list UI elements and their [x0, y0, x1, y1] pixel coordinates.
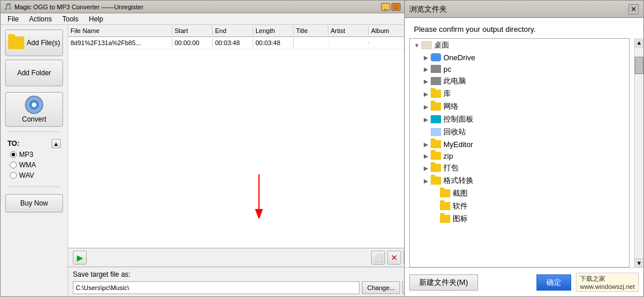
- buy-now-label: Buy Now: [20, 199, 48, 207]
- radio-wma[interactable]: WMA: [10, 161, 61, 169]
- tree-label-software: 软件: [453, 201, 468, 211]
- browser-content: ▼ 桌面 ▶ OneDrive ▶ pc ▶ 此电脑: [405, 38, 643, 267]
- minimize-button[interactable]: _: [381, 3, 390, 11]
- divider2: [8, 186, 60, 187]
- tree-label-thispc: 此电脑: [443, 76, 466, 86]
- directory-tree[interactable]: ▼ 桌面 ▶ OneDrive ▶ pc ▶ 此电脑: [409, 38, 630, 267]
- scroll-up[interactable]: ▲: [635, 38, 643, 47]
- sidebar: Add File(s) Add Folder Convert TO: ▲: [1, 25, 68, 296]
- scroll-thumb[interactable]: [635, 57, 643, 74]
- save-path-input[interactable]: C:\Users\pc\Music\: [73, 281, 360, 294]
- toggle-pc: ▶: [421, 64, 431, 74]
- tree-item-controlpanel[interactable]: ▶ 控制面板: [410, 113, 629, 126]
- tree-item-recycle[interactable]: 回收站: [410, 126, 629, 138]
- toggle-icons: [431, 214, 440, 223]
- add-files-label: Add File(s): [27, 39, 60, 47]
- toggle-screenshot: [431, 189, 440, 198]
- browser-title-text: 浏览文件夹: [409, 4, 447, 14]
- tree-item-software[interactable]: 软件: [410, 200, 629, 212]
- tree-item-network[interactable]: ▶ 网络: [410, 100, 629, 113]
- browser-prompt: Please confirm your output directory.: [405, 18, 643, 38]
- save-label: Save target file as:: [73, 270, 130, 278]
- save-controls: C:\Users\pc\Music\ Change... Open...: [73, 281, 404, 294]
- tree-item-library[interactable]: ▶ 库: [410, 87, 629, 100]
- menu-file[interactable]: File: [3, 14, 23, 24]
- col-filename: File Name: [68, 26, 172, 35]
- menu-bar: File Actions Tools Help: [1, 13, 404, 25]
- ok-button[interactable]: 确定: [536, 274, 571, 291]
- to-section: TO: ▲ MP3 WMA WAV: [5, 137, 63, 182]
- file-name-cell: 8d91%2F131a%2Fb85...: [68, 38, 172, 47]
- menu-tools[interactable]: Tools: [58, 14, 83, 24]
- browser-close-button[interactable]: ✕: [628, 4, 639, 14]
- tree-item-onedrive[interactable]: ▶ OneDrive: [410, 52, 629, 63]
- add-folder-label: Add Folder: [17, 69, 51, 77]
- file-end-cell: 00:03:48: [213, 38, 253, 47]
- delete-button[interactable]: ✕: [387, 251, 401, 265]
- col-start: Start: [172, 26, 213, 35]
- scroll-down[interactable]: ▼: [635, 258, 643, 267]
- radio-wav[interactable]: WAV: [10, 171, 61, 179]
- tree-label-pack: 打包: [443, 163, 458, 173]
- stop-button[interactable]: ⬜: [371, 251, 385, 265]
- maximize-button[interactable]: □: [391, 3, 401, 11]
- main-content: Add File(s) Add Folder Convert TO: ▲: [1, 25, 404, 296]
- file-length-cell: 00:03:48: [253, 38, 294, 47]
- format-icon: [431, 177, 441, 185]
- tree-scrollbar[interactable]: ▲ ▼: [634, 38, 643, 267]
- tree-item-myeditor[interactable]: ▶ MyEditor: [410, 138, 629, 150]
- tree-label-format: 格式转换: [443, 175, 473, 186]
- open-button[interactable]: Open...: [402, 281, 404, 294]
- browser-title-bar: 浏览文件夹 ✕: [405, 1, 643, 18]
- folder-icon: [8, 36, 24, 49]
- toolbar-row: ▶ ⬜ ✕ ⬆ ⬇: [68, 248, 404, 267]
- thispc-icon: [431, 77, 441, 85]
- col-artist: Artist: [328, 26, 369, 35]
- add-folder-button[interactable]: Add Folder: [5, 60, 63, 86]
- new-folder-button[interactable]: 新建文件夹(M): [409, 274, 478, 291]
- tree-label-icons: 图标: [453, 214, 468, 224]
- tree-item-pack[interactable]: ▶ 打包: [410, 162, 629, 174]
- col-album: Album: [369, 26, 404, 35]
- play-button[interactable]: ▶: [73, 251, 87, 265]
- up-button[interactable]: ⬆: [404, 251, 404, 265]
- tree-label-pc: pc: [443, 65, 451, 74]
- toggle-format: ▶: [421, 176, 431, 185]
- tree-item-screenshot[interactable]: 截图: [410, 187, 629, 200]
- table-row[interactable]: 8d91%2F131a%2Fb85... 00:00:00 00:03:48 0…: [68, 37, 404, 49]
- tree-item-thispc[interactable]: ▶ 此电脑: [410, 75, 629, 87]
- toggle-controlpanel: ▶: [421, 115, 431, 124]
- title-bar: 🎵 Magic OGG to MP3 Converter ——Unregiste…: [1, 1, 404, 13]
- convert-button[interactable]: Convert: [5, 92, 63, 127]
- tree-item-zip[interactable]: ▶ zip: [410, 150, 629, 162]
- add-files-button[interactable]: Add File(s): [5, 30, 63, 56]
- tree-label-library: 库: [443, 89, 451, 99]
- network-icon: [431, 102, 441, 111]
- radio-mp3[interactable]: MP3: [10, 151, 61, 159]
- browser-window: 浏览文件夹 ✕ Please confirm your output direc…: [405, 0, 644, 297]
- collapse-button[interactable]: ▲: [51, 139, 61, 148]
- col-title: Title: [294, 26, 328, 35]
- buy-now-button[interactable]: Buy Now: [5, 194, 63, 212]
- browser-footer: 新建文件夹(M) 确定 下载之家www.windowszj.net: [405, 267, 643, 296]
- tree-item-pc[interactable]: ▶ pc: [410, 63, 629, 75]
- tree-label-onedrive: OneDrive: [443, 53, 475, 62]
- watermark-text: 下载之家www.windowszj.net: [576, 273, 639, 292]
- toggle-desktop: ▼: [412, 41, 421, 50]
- divider: [8, 131, 60, 132]
- tree-item-icons[interactable]: 图标: [410, 212, 629, 225]
- tree-label-myeditor: MyEditor: [443, 140, 473, 149]
- main-window: 🎵 Magic OGG to MP3 Converter ——Unregiste…: [0, 0, 405, 297]
- change-button[interactable]: Change...: [362, 281, 400, 294]
- tree-item-format[interactable]: ▶ 格式转换: [410, 174, 629, 187]
- tree-label-network: 网络: [443, 101, 458, 112]
- app-title: Magic OGG to MP3 Converter ——Unregister: [14, 3, 143, 10]
- cd-icon: [25, 96, 43, 114]
- menu-actions[interactable]: Actions: [24, 14, 56, 24]
- screenshot-icon: [440, 189, 450, 197]
- tree-item-desktop[interactable]: ▼ 桌面: [410, 39, 629, 52]
- tree-label-controlpanel: 控制面板: [443, 114, 473, 124]
- menu-help[interactable]: Help: [84, 14, 108, 24]
- wav-label: WAV: [19, 171, 34, 179]
- zip-icon: [431, 152, 441, 160]
